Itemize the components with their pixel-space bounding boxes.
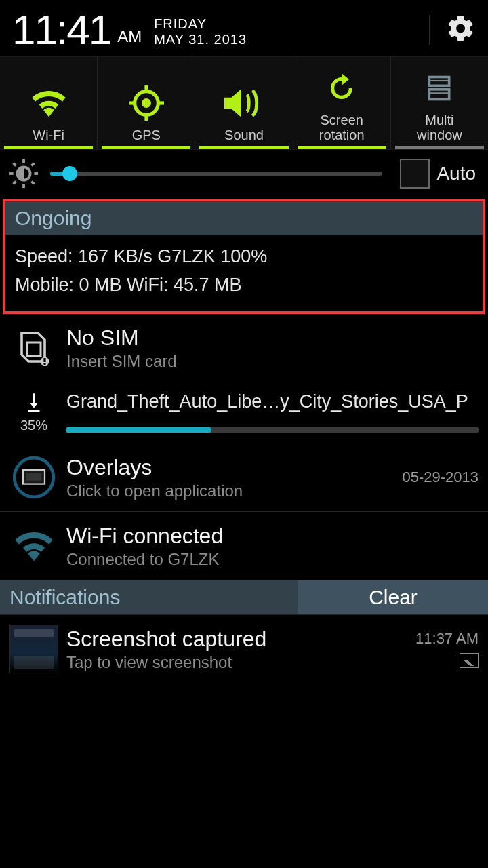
svg-rect-19 [27,342,41,356]
multiwindow-icon [424,73,454,103]
wifi-icon [14,530,54,562]
sound-icon [224,88,264,118]
toggle-wifi[interactable]: Wi-Fi [0,57,98,149]
svg-rect-7 [430,90,449,100]
svg-rect-21 [43,358,45,362]
gear-icon [446,14,476,43]
wifi-icon [30,89,67,117]
svg-rect-22 [43,363,45,365]
settings-button[interactable] [446,14,476,46]
brightness-row: Auto [0,150,488,197]
speed-line: Speed: 167 KB/s G7LZK 100% [15,242,473,271]
svg-line-18 [32,163,35,166]
toggle-sound[interactable]: Sound [195,57,293,149]
notif-title: Overlays [66,455,402,480]
notifications-header: Notifications [0,580,298,614]
toggle-rotation[interactable]: Screen rotation [293,57,391,149]
notif-subtitle: Insert SIM card [66,352,479,371]
download-percent: 35% [20,418,47,433]
day-of-week: FRIDAY [154,16,247,32]
svg-point-1 [142,98,151,108]
ongoing-header: Ongoing [5,201,483,235]
notif-subtitle: Click to open application [66,481,402,500]
download-progress [66,427,479,433]
rotation-icon [325,72,358,104]
download-notification[interactable]: 35% Grand_Theft_Auto_Libe…y_City_Stories… [0,382,488,443]
notifications-header-row: Notifications Clear [0,580,488,615]
notif-timestamp: 11:37 AM [415,630,479,648]
overlays-notification[interactable]: Overlays Click to open application 05-29… [0,443,488,512]
auto-brightness-checkbox[interactable] [400,159,430,189]
clock-time: 11:41 [12,5,110,54]
ongoing-block: Ongoing Speed: 167 KB/s G7LZK 100% Mobil… [3,199,485,314]
data-usage-line: Mobile: 0 MB WiFi: 45.7 MB [15,271,473,299]
svg-line-16 [32,182,35,184]
clear-label: Clear [369,586,418,609]
toggle-label: Sound [224,127,264,142]
divider [429,15,430,45]
clock-ampm: AM [117,27,142,46]
toggle-label: Wi-Fi [33,127,64,142]
toggle-gps[interactable]: GPS [98,57,195,149]
date-block: FRIDAY MAY 31. 2013 [154,16,247,47]
notif-subtitle: Connected to G7LZK [66,550,479,569]
sim-icon [17,329,51,367]
screenshot-notification[interactable]: Screenshot captured Tap to view screensh… [0,615,488,683]
svg-rect-23 [28,410,40,412]
download-filename: Grand_Theft_Auto_Libe…y_City_Stories_USA… [66,391,479,412]
notif-timestamp: 05-29-2013 [402,469,479,486]
auto-label: Auto [436,163,476,184]
svg-rect-26 [26,473,41,481]
toggle-label: Multi window [417,113,462,142]
toggle-label: Screen rotation [319,113,365,142]
notif-title: Wi-Fi connected [66,524,479,549]
toggle-label: GPS [132,127,161,142]
date-text: MAY 31. 2013 [154,32,247,47]
wifi-connected-notification[interactable]: Wi-Fi connected Connected to G7LZK [0,512,488,580]
notif-subtitle: Tap to view screenshot [66,653,415,672]
no-sim-notification[interactable]: No SIM Insert SIM card [0,314,488,382]
notif-title: Screenshot captured [66,627,415,652]
gps-icon [129,85,164,121]
quick-toggles: Wi-Fi GPS Sound [0,56,488,150]
clear-button[interactable]: Clear [298,580,488,614]
status-bar: 11:41 AM FRIDAY MAY 31. 2013 [0,0,488,56]
brightness-icon [8,158,39,189]
download-icon [22,391,45,414]
speed-notification[interactable]: Speed: 167 KB/s G7LZK 100% Mobile: 0 MB … [5,235,483,311]
notif-title: No SIM [66,326,479,351]
svg-line-15 [14,163,16,166]
overlays-icon [12,456,56,499]
screenshot-thumbnail [9,625,58,673]
toggle-multiwindow[interactable]: Multi window [391,57,488,149]
picture-icon [460,653,479,668]
brightness-slider[interactable] [50,172,382,176]
svg-line-17 [14,182,16,184]
